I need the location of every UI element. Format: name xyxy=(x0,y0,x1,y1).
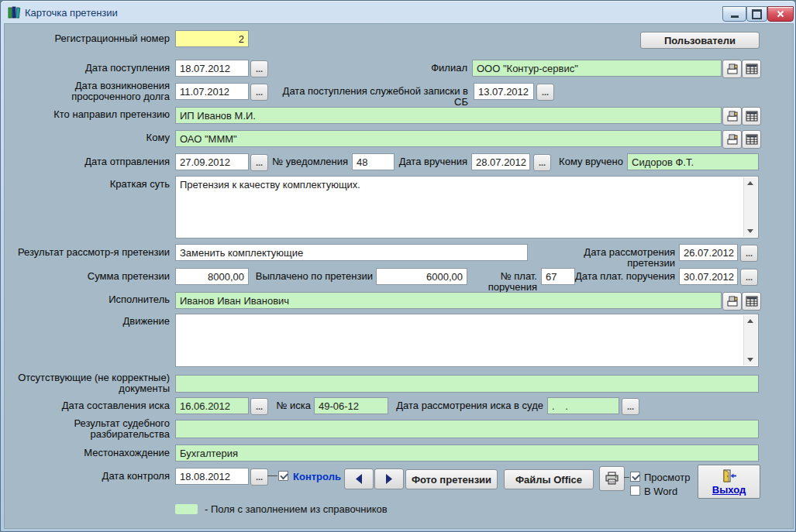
payment-no-label: № плат. поручения xyxy=(450,271,537,293)
summary-textarea[interactable]: Претензия к качеству комплектующих. xyxy=(175,176,759,239)
overdue-date-field[interactable]: 11.07.2012 xyxy=(175,83,249,100)
legend-green-swatch xyxy=(175,504,198,514)
executor-pick-button[interactable] xyxy=(722,292,742,311)
card-index-icon xyxy=(726,63,739,75)
memo-date-field[interactable]: 13.07.2012 xyxy=(474,83,534,100)
missing-docs-field[interactable] xyxy=(175,375,759,393)
exit-button[interactable]: Выход xyxy=(698,465,760,499)
sent-date-label: Дата отправления xyxy=(9,156,170,167)
court-date-label: Дата рассмотрения иска в суде xyxy=(395,400,543,411)
sent-date-picker-button[interactable]: ... xyxy=(250,154,268,171)
court-result-label: Результат судебного разбирательства xyxy=(9,418,170,440)
review-date-field[interactable]: 26.07.2012 xyxy=(679,244,738,261)
suit-date-label: Дата составления иска xyxy=(9,400,170,411)
date-received-picker-button[interactable]: ... xyxy=(250,60,268,77)
table-icon xyxy=(746,295,758,307)
court-date-field[interactable]: . . xyxy=(547,397,619,414)
card-index-icon xyxy=(726,110,739,122)
missing-docs-label: Отсутствующие (не корректные) документы xyxy=(9,372,170,394)
delivery-date-picker-button[interactable]: ... xyxy=(533,154,551,171)
sender-pick-button[interactable] xyxy=(722,107,742,125)
preview-checkbox[interactable] xyxy=(630,472,640,482)
review-date-picker-button[interactable]: ... xyxy=(740,245,758,262)
review-result-field[interactable]: Заменить комплектующие xyxy=(175,244,528,261)
delivery-date-label: Дата вручения xyxy=(398,156,467,167)
preview-checkbox-label: Просмотр xyxy=(644,472,690,483)
control-date-picker-button[interactable]: ... xyxy=(250,469,268,486)
sender-label: Кто направил претензию xyxy=(9,109,170,120)
location-field[interactable]: Бухгалтерия xyxy=(175,444,759,462)
location-label: Местонахождение xyxy=(9,448,170,458)
sent-date-field[interactable]: 27.09.2012 xyxy=(175,153,249,170)
branch-pick-button[interactable] xyxy=(722,60,742,78)
control-date-field[interactable]: 18.08.2012 xyxy=(175,468,249,485)
next-record-button[interactable] xyxy=(374,469,404,489)
word-checkbox[interactable] xyxy=(630,486,640,496)
payment-date-label: Дата плат. поручения xyxy=(573,271,675,282)
office-files-button[interactable]: Файлы Office xyxy=(504,469,594,489)
addressee-list-button[interactable] xyxy=(742,130,761,149)
overdue-date-picker-button[interactable]: ... xyxy=(250,84,268,101)
summary-label: Краткая суть xyxy=(9,179,170,190)
suit-no-label: № иска xyxy=(269,400,311,411)
word-checkbox-label: В Word xyxy=(644,486,677,497)
print-connector-line xyxy=(624,477,629,478)
books-icon xyxy=(8,5,21,19)
scroll-down-icon xyxy=(747,229,753,233)
exit-door-icon xyxy=(722,469,737,483)
summary-text: Претензия к качеству комплектующих. xyxy=(180,179,741,190)
payment-date-picker-button[interactable]: ... xyxy=(740,269,758,286)
delivered-to-field[interactable]: Сидоров Ф.Т. xyxy=(627,153,759,170)
executor-label: Исполнитель xyxy=(9,294,170,305)
suit-no-field[interactable]: 49-06-12 xyxy=(314,397,388,414)
reg-number-label: Регистрационный номер xyxy=(9,33,170,44)
control-connector-line xyxy=(267,475,277,476)
overdue-date-label: Дата возникновения просроченного долга xyxy=(9,81,170,102)
branch-list-button[interactable] xyxy=(742,60,761,78)
control-checkbox-label: Контроль xyxy=(293,471,341,482)
date-received-label: Дата поступления xyxy=(9,63,170,74)
minimize-icon xyxy=(731,15,739,18)
sender-field[interactable]: ИП Иванов М.И. xyxy=(175,107,722,124)
payment-no-field[interactable]: 67 xyxy=(541,268,575,285)
claim-amount-field[interactable]: 8000,00 xyxy=(175,268,249,285)
scroll-up-icon xyxy=(747,181,753,185)
exit-button-label: Выход xyxy=(712,484,746,496)
prev-record-button[interactable] xyxy=(344,469,374,489)
suit-date-picker-button[interactable]: ... xyxy=(250,398,268,415)
users-button[interactable]: Пользователи xyxy=(640,32,760,49)
court-date-picker-button[interactable]: ... xyxy=(622,398,639,415)
branch-label: Филиал xyxy=(419,63,467,74)
movement-textarea[interactable] xyxy=(175,314,759,367)
delivery-date-field[interactable]: 28.07.2012 xyxy=(471,153,530,170)
window-title: Карточка претензии xyxy=(25,7,118,19)
court-result-field[interactable] xyxy=(175,420,759,438)
memo-date-picker-button[interactable]: ... xyxy=(536,84,554,101)
payment-date-field[interactable]: 30.07.2012 xyxy=(679,268,738,285)
suit-date-field[interactable]: 16.06.2012 xyxy=(175,397,249,414)
paid-amount-label: Выплачено по претензии xyxy=(253,271,373,282)
table-icon xyxy=(746,133,758,146)
claim-photo-button[interactable]: Фото претензии xyxy=(405,469,498,489)
close-button[interactable] xyxy=(767,6,794,22)
addressee-field[interactable]: ОАО "МММ" xyxy=(175,130,722,147)
summary-scrollbar[interactable] xyxy=(743,177,757,237)
executor-list-button[interactable] xyxy=(742,292,761,311)
reg-number-field[interactable]: 2 xyxy=(175,30,249,47)
memo-date-label: Дата поступления служебной записки в СБ xyxy=(272,86,468,108)
executor-field[interactable]: Иванов Иван Иванович xyxy=(175,292,722,309)
notice-no-field[interactable]: 48 xyxy=(352,153,395,170)
addressee-pick-button[interactable] xyxy=(722,130,742,149)
sender-list-button[interactable] xyxy=(742,107,761,125)
control-checkbox[interactable] xyxy=(278,471,288,481)
printer-icon xyxy=(605,472,619,486)
minimize-button[interactable] xyxy=(722,6,746,22)
movement-scrollbar[interactable] xyxy=(743,315,757,366)
branch-field[interactable]: ООО "Контур-сервис" xyxy=(472,60,722,77)
date-received-field[interactable]: 18.07.2012 xyxy=(175,60,249,77)
table-icon xyxy=(746,63,758,75)
maximize-button[interactable] xyxy=(746,6,767,22)
delivered-to-label: Кому вручено xyxy=(557,156,623,167)
print-button[interactable] xyxy=(599,466,625,491)
close-icon xyxy=(777,10,784,18)
